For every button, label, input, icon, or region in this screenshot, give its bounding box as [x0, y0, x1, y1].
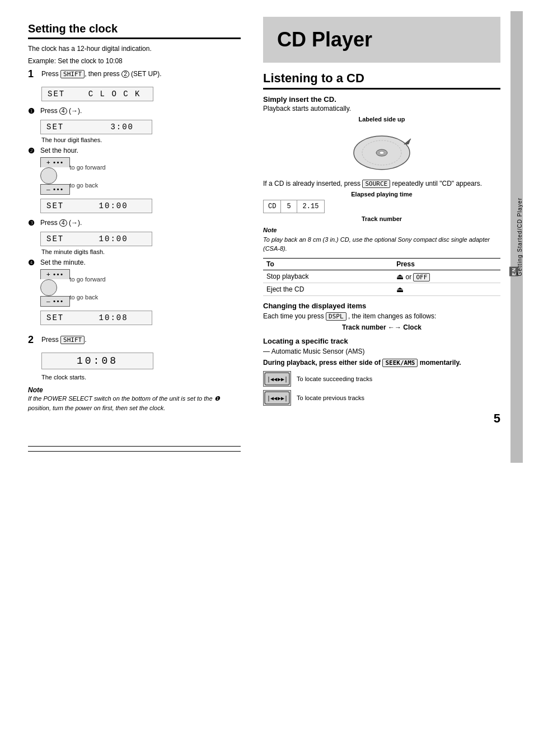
circle-button-1	[40, 167, 57, 184]
shift-key-1: SHIFT	[60, 70, 85, 78]
sub-step-3-text: Press 4 (→).	[40, 219, 82, 227]
during-text: During playback, press either side of SE…	[263, 359, 500, 367]
svg-text:▶▶|: ▶▶|	[278, 376, 288, 383]
left-section-title: Setting the clock	[28, 22, 241, 39]
intro-text: The clock has a 12-hour digital indicati…	[28, 45, 241, 53]
circled-2: 2	[121, 71, 129, 78]
ams-forward-row: |◀◀ ▶▶| To locate succeeding tracks	[263, 371, 500, 387]
action-table: To Press Stop playback ⏏ or OFF Eject th…	[263, 258, 500, 296]
dspl-key: DSPL	[326, 312, 346, 321]
ams-back-btn: |◀◀ ▶▶|	[263, 390, 291, 406]
minus-button-1: –•••	[40, 184, 70, 195]
display-1000: SET 10:00	[40, 199, 152, 213]
note-section: Note If the POWER SELECT switch on the b…	[28, 386, 241, 412]
flash-note-1: The hour digit flashes.	[41, 137, 241, 143]
display-1000b: SET 10:00	[40, 232, 152, 246]
step-1-text: Press SHIFT, then press 2 (SET UP).	[41, 68, 162, 78]
button-stack-1: +••• –•••	[40, 157, 70, 195]
display-time: 2.15	[297, 200, 325, 213]
table-row: Stop playback ⏏ or OFF	[263, 270, 500, 283]
cd-diagram	[348, 125, 415, 175]
cd-display-box: CD 5 2.15	[263, 200, 500, 213]
ams-buttons: |◀◀ ▶▶| To locate succeeding tracks |◀◀ …	[263, 371, 500, 406]
circled-4-a: 4	[59, 107, 67, 115]
table-cell-eject-press: ⏏	[393, 283, 500, 295]
sub-step-3: ❸ Press 4 (→).	[28, 219, 241, 227]
ams-forward-svg: |◀◀ ▶▶|	[264, 372, 290, 386]
minus-button-2: –•••	[40, 296, 70, 307]
sub-step-4-text: Set the minute.	[40, 259, 86, 266]
sidebar-text: EN Getting Started/CD Player	[510, 198, 523, 276]
back-label-2: to go back	[70, 294, 106, 300]
note-body: If the POWER SELECT switch on the bottom…	[28, 394, 241, 412]
forward-label-2: to go forward	[70, 276, 106, 283]
sub-step-2: ❷ Set the hour.	[28, 147, 241, 155]
table-header-press: Press	[393, 258, 500, 270]
note-italic-title: Note	[263, 227, 277, 233]
ams-forward-label: To locate succeeding tracks	[297, 375, 372, 382]
back-label-1: to go back	[70, 182, 106, 189]
clock-starts: The clock starts.	[41, 374, 241, 381]
display-set-text: SET	[48, 90, 88, 98]
listening-title: Listening to a CD	[263, 71, 500, 90]
display-300: SET 3:00	[40, 120, 152, 134]
table-cell-stop: Stop playback	[263, 270, 393, 283]
forward-label-1: to go forward	[70, 164, 106, 171]
left-column: Setting the clock The clock has a 12-hou…	[11, 11, 252, 463]
sub-step-2-text: Set the hour.	[40, 147, 78, 154]
table-row-2: Eject the CD ⏏	[263, 283, 500, 295]
track-number-label: Track number	[263, 215, 500, 222]
sub-step-4-num: ❹	[28, 259, 37, 267]
changing-heading: Changing the displayed items	[263, 302, 500, 310]
display-1008: SET 10:08	[40, 311, 152, 325]
note-italic-body: To play back an 8 cm (3 in.) CD, use the…	[263, 236, 490, 252]
ams-back-row: |◀◀ ▶▶| To locate previous tracks	[263, 390, 500, 406]
note-title: Note	[28, 386, 241, 394]
step-1: 1 Press SHIFT, then press 2 (SET UP).	[28, 68, 241, 80]
sub-step-1-num: ❶	[28, 107, 37, 115]
step-2-text: Press SHIFT.	[41, 334, 86, 344]
off-key: OFF	[413, 273, 430, 281]
shift-key-2: SHIFT	[60, 336, 85, 344]
footer	[28, 446, 241, 452]
insert-heading: Simply insert the CD.	[263, 95, 500, 104]
step-2: 2 Press SHIFT.	[28, 334, 241, 346]
plus-button-2: +•••	[40, 269, 70, 279]
step-1-number: 1	[28, 68, 38, 80]
svg-text:▶▶|: ▶▶|	[278, 395, 288, 402]
display-track-num: 5	[281, 200, 297, 213]
circled-4-b: 4	[59, 219, 67, 227]
flash-note-2: The minute digits flash.	[41, 248, 241, 255]
sub-step-4: ❹ Set the minute.	[28, 259, 241, 267]
circle-button-2	[40, 279, 57, 296]
svg-point-2	[380, 152, 384, 154]
insert-text: Playback starts automatically.	[263, 105, 500, 112]
button-diagram-2: +••• –••• to go forward to go back	[40, 269, 241, 307]
right-sidebar: EN Getting Started/CD Player	[510, 11, 523, 463]
setup-label: (SET UP).	[131, 70, 161, 78]
seek-key: SEEK/AMS	[382, 359, 418, 367]
step-2-number: 2	[28, 334, 38, 346]
display-cd-label: CD	[263, 200, 281, 213]
sub-step-3-num: ❸	[28, 219, 37, 227]
source-text: If a CD is already inserted, press SOURC…	[263, 180, 500, 187]
footer-line-2	[28, 451, 241, 452]
labeled-side-up: Labeled side up	[263, 116, 500, 123]
track-arrow: Track number ←→ Clock	[263, 323, 500, 331]
sub-step-1: ❶ Press 4 (→).	[28, 107, 241, 115]
button-diagram-1: +••• –••• to go forward to go back	[40, 157, 241, 195]
ams-forward-btn: |◀◀ ▶▶|	[263, 371, 291, 387]
svg-text:|◀◀: |◀◀	[267, 376, 277, 383]
page-number: 5	[263, 411, 500, 426]
cd-player-header: CD Player	[263, 17, 500, 63]
cd-svg	[348, 125, 415, 175]
elapsed-label: Elapsed playing time	[263, 191, 500, 198]
example-text: Example: Set the clock to 10:08	[28, 57, 241, 65]
display-final-time: 10:08	[41, 353, 153, 369]
right-column: CD Player Listening to a CD Simply inser…	[252, 11, 523, 463]
ams-back-label: To locate previous tracks	[297, 395, 364, 401]
cd-player-title: CD Player	[277, 28, 489, 51]
btn-labels-1: to go forward to go back	[70, 164, 106, 189]
source-key: SOURCE	[362, 180, 390, 188]
note-italic: Note To play back an 8 cm (3 in.) CD, us…	[263, 226, 500, 253]
